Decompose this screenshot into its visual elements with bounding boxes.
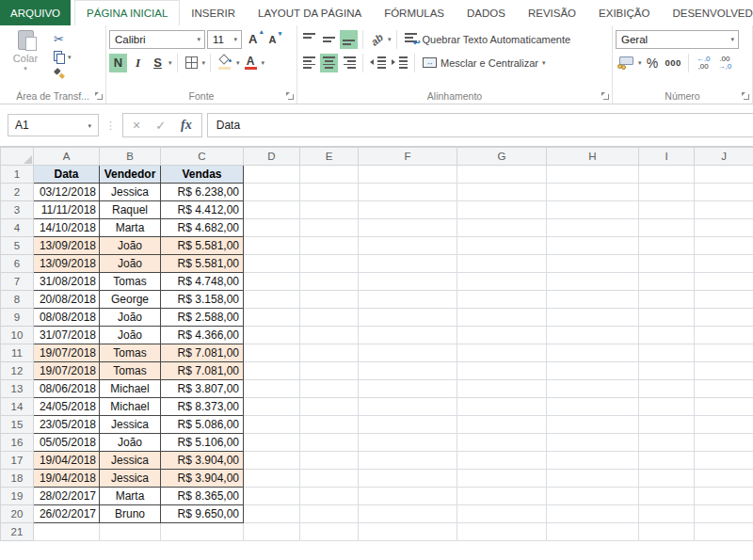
cell-B12[interactable]: Tomas <box>100 362 161 380</box>
cell-I16[interactable] <box>639 434 695 452</box>
cell-A9[interactable]: 08/08/2018 <box>34 309 100 327</box>
align-right-button[interactable] <box>340 54 358 72</box>
select-all-corner[interactable] <box>1 148 34 166</box>
cell-H11[interactable] <box>547 344 639 362</box>
cell-F4[interactable] <box>359 219 457 237</box>
cell-B6[interactable]: João <box>100 255 161 273</box>
cell-F2[interactable] <box>359 184 457 201</box>
cell-E20[interactable] <box>300 505 359 523</box>
cell-C10[interactable]: R$ 4.366,00 <box>161 327 244 344</box>
cell-I13[interactable] <box>639 380 695 398</box>
cell-G13[interactable] <box>457 380 547 398</box>
decrease-decimal-button[interactable]: .00→,0 <box>715 56 735 71</box>
cell-C9[interactable]: R$ 2.588,00 <box>161 309 244 327</box>
cell-D17[interactable] <box>244 452 300 470</box>
cell-F5[interactable] <box>359 237 457 255</box>
cell-H6[interactable] <box>547 255 639 273</box>
cell-D1[interactable] <box>244 166 300 184</box>
cell-J10[interactable] <box>695 327 753 344</box>
cell-F12[interactable] <box>359 362 457 380</box>
row-header-12[interactable]: 12 <box>1 362 34 380</box>
decrease-indent-button[interactable] <box>368 54 388 72</box>
tab-desenvolvedor[interactable]: DESENVOLVEDOR <box>661 0 753 25</box>
column-header-H[interactable]: H <box>547 148 639 166</box>
cell-J5[interactable] <box>695 237 753 255</box>
tab-exibic-a-o[interactable]: EXIBIÇÃO <box>587 0 661 25</box>
font-color-dropdown-arrow[interactable]: ▾ <box>262 59 265 66</box>
row-header-13[interactable]: 13 <box>1 380 34 398</box>
cell-I9[interactable] <box>639 309 695 327</box>
cell-E19[interactable] <box>300 488 359 505</box>
cell-B21[interactable] <box>100 523 161 541</box>
cell-D10[interactable] <box>244 327 300 344</box>
align-center-button[interactable] <box>320 54 338 72</box>
cell-J8[interactable] <box>695 291 753 309</box>
cell-A17[interactable]: 19/04/2018 <box>34 452 100 470</box>
cell-B3[interactable]: Raquel <box>100 201 161 219</box>
bold-button[interactable]: N <box>109 54 127 72</box>
tab-inserir[interactable]: INSERIR <box>180 0 247 25</box>
cell-G11[interactable] <box>457 344 547 362</box>
cell-F7[interactable] <box>359 273 457 291</box>
orientation-dropdown-arrow[interactable]: ▾ <box>388 36 392 42</box>
cell-H10[interactable] <box>547 327 639 344</box>
row-header-16[interactable]: 16 <box>1 434 34 452</box>
cell-D3[interactable] <box>244 201 300 219</box>
cell-G2[interactable] <box>457 184 547 201</box>
cell-D16[interactable] <box>244 434 300 452</box>
cell-G20[interactable] <box>457 505 547 523</box>
tab-pa-gina-inicial[interactable]: PÁGINA INICIAL <box>74 0 180 25</box>
cell-F21[interactable] <box>359 523 457 541</box>
borders-dropdown-arrow[interactable]: ▾ <box>202 59 206 66</box>
cell-A7[interactable]: 31/08/2018 <box>34 273 100 291</box>
cell-H12[interactable] <box>547 362 639 380</box>
cell-J9[interactable] <box>695 309 753 327</box>
cell-B19[interactable]: Marta <box>100 488 161 505</box>
underline-button[interactable]: S <box>149 54 167 72</box>
cell-H13[interactable] <box>547 380 639 398</box>
cell-H20[interactable] <box>547 505 639 523</box>
cell-C5[interactable]: R$ 5.581,00 <box>161 237 244 255</box>
cell-A5[interactable]: 13/09/2018 <box>34 237 100 255</box>
formula-bar-grip[interactable]: ⋮ <box>105 120 116 132</box>
cell-G3[interactable] <box>457 201 547 219</box>
cell-G1[interactable] <box>457 166 547 184</box>
cell-E14[interactable] <box>300 398 359 416</box>
percent-style-button[interactable]: % <box>644 54 662 72</box>
cell-J6[interactable] <box>695 255 753 273</box>
cell-I18[interactable] <box>639 470 695 488</box>
cell-C13[interactable]: R$ 3.807,00 <box>161 380 244 398</box>
cell-I12[interactable] <box>639 362 695 380</box>
cell-C21[interactable] <box>161 523 244 541</box>
cell-E8[interactable] <box>300 291 359 309</box>
paste-dropdown-arrow[interactable]: ▾ <box>24 65 27 72</box>
merge-center-button[interactable]: ↔ Mesclar e Centralizar ▾ <box>420 57 548 69</box>
cell-I21[interactable] <box>639 523 695 541</box>
align-left-button[interactable] <box>300 54 318 72</box>
cell-A19[interactable]: 28/02/2017 <box>34 488 100 505</box>
cell-J15[interactable] <box>695 416 753 434</box>
cell-J21[interactable] <box>695 523 753 541</box>
cell-F15[interactable] <box>359 416 457 434</box>
cell-G17[interactable] <box>457 452 547 470</box>
cell-C17[interactable]: R$ 3.904,00 <box>161 452 244 470</box>
cell-C3[interactable]: R$ 4.412,00 <box>161 201 244 219</box>
cell-H19[interactable] <box>547 488 639 505</box>
formula-input[interactable]: Data <box>207 113 753 137</box>
cell-G7[interactable] <box>457 273 547 291</box>
cut-button[interactable]: ✂ <box>52 30 73 47</box>
cell-H15[interactable] <box>547 416 639 434</box>
row-header-1[interactable]: 1 <box>1 166 34 184</box>
cell-B17[interactable]: Jessica <box>100 452 161 470</box>
cell-J12[interactable] <box>695 362 753 380</box>
borders-button[interactable] <box>183 54 200 72</box>
cell-J7[interactable] <box>695 273 753 291</box>
cell-H9[interactable] <box>547 309 639 327</box>
cell-G21[interactable] <box>457 523 547 541</box>
cell-E1[interactable] <box>300 166 359 184</box>
column-header-I[interactable]: I <box>639 148 695 166</box>
cell-J16[interactable] <box>695 434 753 452</box>
cell-H3[interactable] <box>547 201 639 219</box>
column-header-D[interactable]: D <box>244 148 300 166</box>
cell-F16[interactable] <box>359 434 457 452</box>
